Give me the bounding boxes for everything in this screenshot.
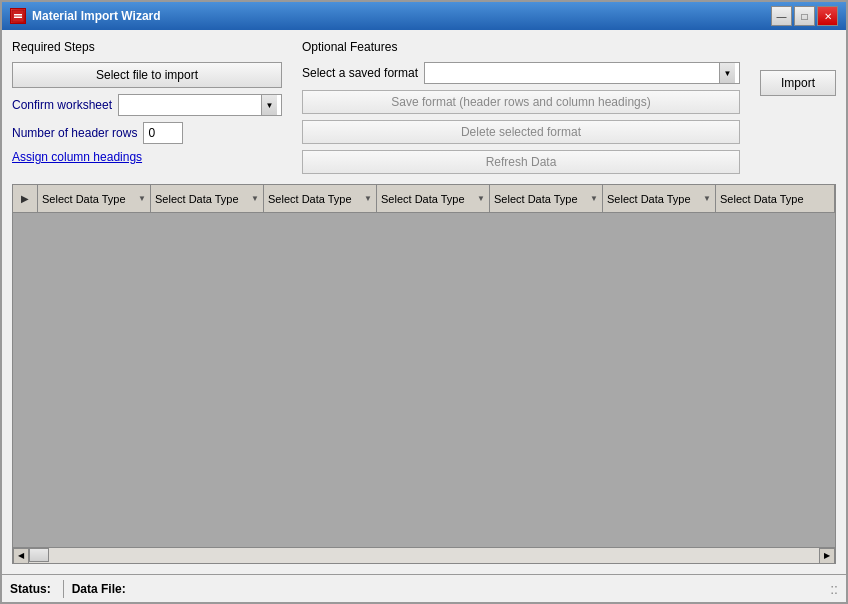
col-arrow-5[interactable]: ▼ — [703, 194, 711, 203]
resize-grip: :: — [830, 581, 838, 597]
col-arrow-1[interactable]: ▼ — [251, 194, 259, 203]
col-arrow-3[interactable]: ▼ — [477, 194, 485, 203]
minimize-button[interactable]: — — [771, 6, 792, 26]
grid-body — [13, 213, 835, 547]
status-separator — [63, 580, 64, 598]
col-header-2[interactable]: Select Data Type ▼ — [264, 185, 377, 212]
required-steps-label: Required Steps — [12, 40, 282, 54]
maximize-button[interactable]: □ — [794, 6, 815, 26]
assign-headings-row: Assign column headings — [12, 150, 282, 164]
import-button[interactable]: Import — [760, 70, 836, 96]
col-header-5[interactable]: Select Data Type ▼ — [603, 185, 716, 212]
col-header-1[interactable]: Select Data Type ▼ — [151, 185, 264, 212]
scroll-right-button[interactable]: ▶ — [819, 548, 835, 564]
title-bar: Material Import Wizard — □ ✕ — [2, 2, 846, 30]
main-content: Required Steps Select file to import Con… — [2, 30, 846, 574]
select-file-button[interactable]: Select file to import — [12, 62, 282, 88]
confirm-worksheet-row: Confirm worksheet ▼ — [12, 94, 282, 116]
col-header-0[interactable]: Select Data Type ▼ — [38, 185, 151, 212]
optional-features-panel: Optional Features Select a saved format … — [302, 40, 740, 174]
svg-rect-0 — [12, 10, 24, 22]
col-arrow-4[interactable]: ▼ — [590, 194, 598, 203]
optional-features-label: Optional Features — [302, 40, 740, 54]
close-button[interactable]: ✕ — [817, 6, 838, 26]
saved-format-combo[interactable]: ▼ — [424, 62, 740, 84]
refresh-data-button: Refresh Data — [302, 150, 740, 174]
top-panel: Required Steps Select file to import Con… — [12, 40, 836, 174]
status-bar: Status: Data File: :: — [2, 574, 846, 602]
data-file-label: Data File: — [72, 582, 126, 596]
save-format-button: Save format (header rows and column head… — [302, 90, 740, 114]
horizontal-scrollbar[interactable]: ◀ ▶ — [13, 547, 835, 563]
import-btn-wrapper: Import — [760, 40, 836, 174]
col-header-3[interactable]: Select Data Type ▼ — [377, 185, 490, 212]
confirm-worksheet-combo[interactable]: ▼ — [118, 94, 282, 116]
required-steps-panel: Required Steps Select file to import Con… — [12, 40, 282, 174]
saved-format-label: Select a saved format — [302, 66, 418, 80]
row-indicator-header: ▶ — [13, 185, 38, 212]
col-header-4[interactable]: Select Data Type ▼ — [490, 185, 603, 212]
scroll-track[interactable] — [29, 548, 819, 563]
assign-headings-link[interactable]: Assign column headings — [12, 150, 142, 164]
status-label: Status: — [10, 582, 51, 596]
header-rows-row: Number of header rows 0 — [12, 122, 282, 144]
window-controls: — □ ✕ — [771, 6, 838, 26]
saved-format-arrow[interactable]: ▼ — [719, 63, 735, 83]
col-arrow-0[interactable]: ▼ — [138, 194, 146, 203]
data-grid: ▶ Select Data Type ▼ Select Data Type ▼ … — [12, 184, 836, 564]
header-rows-input[interactable]: 0 — [143, 122, 183, 144]
app-icon — [10, 8, 26, 24]
title-bar-left: Material Import Wizard — [10, 8, 161, 24]
delete-format-button: Delete selected format — [302, 120, 740, 144]
scroll-thumb[interactable] — [29, 548, 49, 562]
window-title: Material Import Wizard — [32, 9, 161, 23]
col-arrow-2[interactable]: ▼ — [364, 194, 372, 203]
grid-header: ▶ Select Data Type ▼ Select Data Type ▼ … — [13, 185, 835, 213]
confirm-worksheet-arrow[interactable]: ▼ — [261, 95, 277, 115]
col-header-6[interactable]: Select Data Type — [716, 185, 835, 212]
header-rows-label: Number of header rows — [12, 126, 137, 140]
scroll-left-button[interactable]: ◀ — [13, 548, 29, 564]
confirm-worksheet-label: Confirm worksheet — [12, 98, 112, 112]
svg-rect-1 — [14, 14, 22, 16]
saved-format-row: Select a saved format ▼ — [302, 62, 740, 84]
svg-rect-2 — [14, 17, 22, 19]
main-window: Material Import Wizard — □ ✕ Required St… — [0, 0, 848, 604]
